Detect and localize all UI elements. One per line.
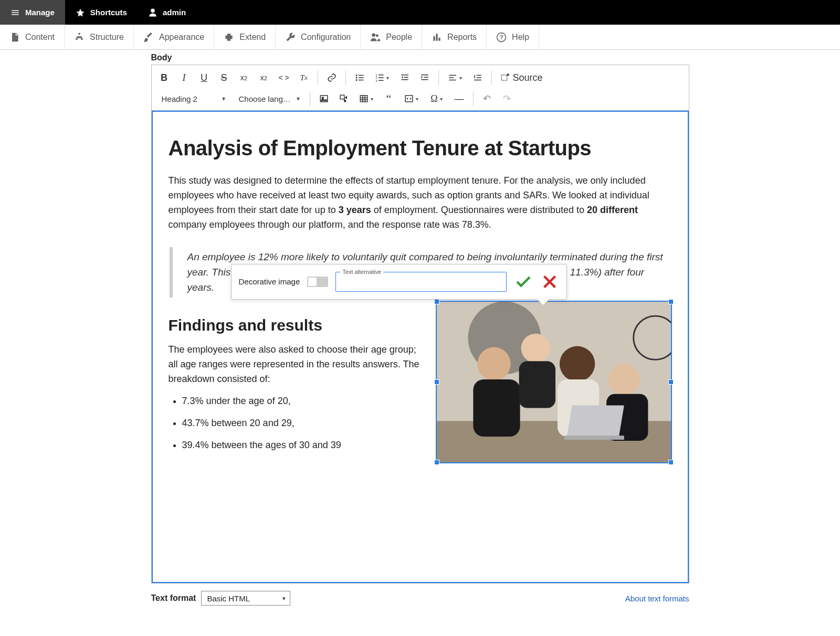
special-char-button[interactable]: Ω ▾ — [425, 89, 449, 108]
bullet-list-icon — [355, 73, 364, 82]
question-icon: ? — [496, 32, 507, 43]
menu-content[interactable]: Content — [0, 25, 65, 49]
text-format-footer: Text format Basic HTML ▾ About text form… — [151, 591, 689, 606]
menu-people[interactable]: People — [361, 25, 422, 49]
bold-button[interactable]: B — [155, 68, 174, 87]
topbar-user-label: admin — [163, 8, 186, 17]
svg-point-44 — [559, 346, 594, 381]
user-icon — [148, 8, 158, 17]
svg-rect-25 — [474, 80, 481, 81]
topbar-manage[interactable]: Manage — [0, 0, 65, 25]
admin-menubar: Content Structure Appearance Extend Conf… — [0, 25, 840, 50]
number-list-icon: 123 — [375, 73, 384, 82]
menu-structure[interactable]: Structure — [65, 25, 134, 49]
svg-text:3: 3 — [376, 79, 377, 82]
numbered-list-button[interactable]: 123 ▾ — [370, 68, 394, 87]
topbar-shortcuts[interactable]: Shortcuts — [65, 0, 138, 25]
paragraph-icon — [473, 73, 482, 82]
menu-reports[interactable]: Reports — [422, 25, 487, 49]
menu-extend[interactable]: Extend — [214, 25, 276, 49]
insert-table-button[interactable]: ▾ — [354, 89, 379, 108]
selected-image[interactable]: Decorative image Text alternative — [436, 301, 672, 463]
source-icon — [500, 73, 510, 82]
resize-handle-top-right[interactable] — [668, 299, 674, 304]
svg-rect-27 — [501, 75, 507, 81]
link-button[interactable] — [322, 68, 341, 87]
svg-rect-17 — [421, 75, 428, 76]
decorative-image-toggle[interactable] — [307, 277, 328, 287]
indent-button[interactable] — [415, 68, 434, 87]
menu-configuration-label: Configuration — [301, 33, 351, 42]
check-icon — [514, 272, 533, 291]
svg-rect-11 — [379, 75, 384, 76]
svg-rect-13 — [379, 80, 384, 81]
svg-point-4 — [355, 79, 357, 81]
menu-people-label: People — [386, 33, 412, 42]
svg-point-3 — [355, 77, 357, 79]
toggle-knob — [308, 278, 317, 286]
about-text-formats-link[interactable]: About text formats — [625, 594, 689, 603]
bulleted-list-button[interactable] — [350, 68, 369, 87]
remove-format-button[interactable]: Tx — [295, 68, 313, 87]
svg-rect-31 — [360, 96, 368, 102]
link-icon — [327, 73, 337, 82]
source-button[interactable]: Source — [496, 68, 547, 87]
svg-rect-18 — [424, 77, 428, 78]
menu-appearance-label: Appearance — [159, 33, 204, 42]
strike-button[interactable]: S — [215, 68, 234, 87]
body-field-label: Body — [151, 53, 689, 62]
outdent-icon — [400, 73, 410, 82]
page-content: Body B I U S x2 x2 < > Tx — [151, 50, 689, 606]
text-alternative-field[interactable]: Text alternative — [335, 272, 506, 292]
menu-configuration[interactable]: Configuration — [276, 25, 361, 49]
topbar-user[interactable]: admin — [138, 0, 196, 25]
underline-button[interactable]: U — [195, 68, 214, 87]
resize-handle-bottom-right[interactable] — [668, 460, 674, 465]
redo-button[interactable]: ↷ — [498, 89, 517, 108]
italic-button[interactable]: I — [175, 68, 194, 87]
editor-content[interactable]: Analysis of Employment Tenure at Startup… — [152, 111, 689, 583]
table-icon — [359, 94, 369, 103]
text-format-select[interactable]: Basic HTML ▾ — [201, 591, 290, 606]
svg-rect-41 — [473, 379, 520, 437]
media-icon — [339, 94, 349, 103]
doc-paragraph-2[interactable]: The employees were also asked to choose … — [169, 343, 452, 387]
svg-rect-5 — [358, 75, 363, 76]
editor-container: B I U S x2 x2 < > Tx 123 ▾ — [151, 65, 689, 584]
resize-handle-mid-right[interactable] — [668, 379, 674, 385]
menu-content-label: Content — [25, 33, 55, 42]
svg-rect-20 — [449, 75, 456, 76]
topbar-shortcuts-label: Shortcuts — [90, 8, 127, 17]
superscript-button[interactable]: x2 — [235, 68, 254, 87]
heading-dropdown[interactable]: Heading 2 ▾ — [155, 89, 231, 108]
text-alternative-legend: Text alternative — [340, 268, 383, 277]
menu-appearance[interactable]: Appearance — [134, 25, 214, 49]
paragraph-indent-button[interactable] — [468, 68, 487, 87]
align-button[interactable]: ▾ — [443, 68, 467, 87]
resize-handle-mid-left[interactable] — [434, 379, 439, 385]
resize-handle-bottom-left[interactable] — [434, 460, 439, 465]
menu-help[interactable]: ? Help — [487, 25, 539, 49]
resize-handle-top-left[interactable] — [434, 299, 439, 304]
doc-paragraph-1[interactable]: This study was designed to determine the… — [169, 174, 672, 232]
image-icon — [319, 94, 329, 103]
hr-button[interactable]: — — [450, 89, 469, 108]
codeblock-button[interactable]: ▾ — [400, 89, 424, 108]
insert-media-button[interactable] — [334, 89, 353, 108]
svg-rect-26 — [474, 75, 475, 78]
menu-extend-label: Extend — [239, 33, 266, 42]
outdent-button[interactable] — [395, 68, 414, 87]
subscript-button[interactable]: x2 — [255, 68, 274, 87]
undo-button[interactable]: ↶ — [478, 89, 497, 108]
code-button[interactable]: < > — [275, 68, 293, 87]
blockquote-button[interactable]: “ — [380, 89, 398, 108]
alt-text-accept-button[interactable] — [514, 272, 533, 291]
codeblock-icon — [404, 94, 414, 103]
alt-text-cancel-button[interactable] — [540, 272, 559, 291]
doc-title[interactable]: Analysis of Employment Tenure at Startup… — [169, 132, 672, 164]
language-dropdown[interactable]: Choose lang… ▾ — [232, 89, 306, 108]
topbar-manage-label: Manage — [25, 8, 55, 17]
svg-rect-21 — [449, 77, 454, 78]
svg-rect-30 — [340, 95, 344, 99]
insert-image-button[interactable] — [314, 89, 333, 108]
